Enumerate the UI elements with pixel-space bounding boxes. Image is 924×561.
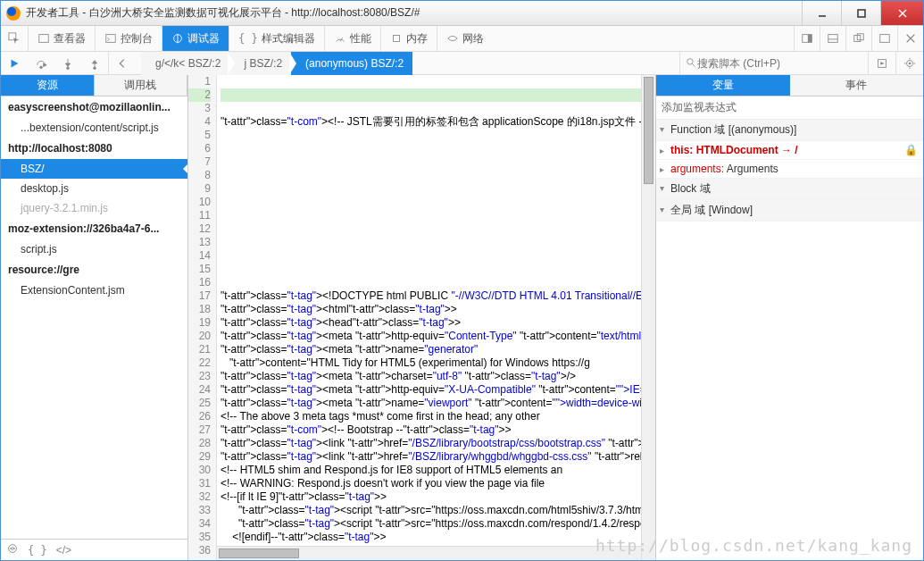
console-label: 控制台	[121, 31, 153, 46]
pretty-print-icon[interactable]: { }	[28, 544, 47, 557]
code-line[interactable]	[221, 209, 641, 222]
source-group[interactable]: http://localhost:8080	[1, 138, 187, 159]
code-line[interactable]: "t-attr">class="t-tag"><meta "t-attr">ch…	[221, 370, 641, 383]
crumb-1[interactable]: j BSZ/:2	[229, 52, 291, 75]
code-line[interactable]	[221, 196, 641, 209]
code-line[interactable]	[221, 75, 641, 88]
toggle-icon[interactable]: </>	[56, 544, 71, 557]
horizontal-scrollbar[interactable]	[217, 546, 641, 560]
svg-point-34	[909, 62, 912, 64]
svg-rect-12	[808, 35, 812, 43]
code-line[interactable]	[221, 88, 641, 102]
events-tab[interactable]: 事件	[790, 75, 924, 96]
variables-panel: 变量 事件 添加监视表达式 ▾Function 域 [(anonymous)]▸…	[655, 75, 923, 560]
titlebar: 开发者工具 - 白沙洲大桥安全监测数据可视化展示平台 - http://loca…	[1, 1, 923, 26]
close-button[interactable]	[880, 1, 923, 25]
source-group[interactable]: resource://gre	[1, 259, 187, 280]
scope-header[interactable]: ▾Block 域	[656, 179, 923, 200]
code-line[interactable]: "t-attr">class="t-com"><!-- JSTL需要引用的标签和…	[221, 115, 641, 129]
close-devtools-button[interactable]	[897, 26, 923, 51]
debugger-settings-button[interactable]	[895, 52, 923, 74]
variables-tab[interactable]: 变量	[656, 75, 790, 96]
code-line[interactable]: <!--[if lt IE 9]"t-attr">class="t-tag">>	[221, 490, 641, 504]
code-line[interactable]: "t-attr">class="t-tag"><link "t-attr">hr…	[221, 450, 641, 464]
code-line[interactable]: "t-attr">class="t-tag"><script "t-attr">…	[221, 504, 641, 517]
step-out-button[interactable]	[81, 52, 108, 74]
line-gutter[interactable]: 1234567891011121314151617181920212223242…	[188, 75, 217, 560]
pick-element-button[interactable]	[1, 26, 28, 51]
code-line[interactable]: "t-attr">class="t-tag"><meta "t-attr">ht…	[221, 330, 641, 343]
code-line[interactable]	[221, 142, 641, 155]
svg-line-30	[692, 63, 695, 66]
variable-row[interactable]: ▸arguments: Arguments	[656, 160, 923, 179]
prev-frame-button[interactable]	[109, 52, 136, 74]
code-line[interactable]: <![endif]--"t-attr">class="t-tag">>	[221, 531, 641, 544]
code-editor[interactable]: 1234567891011121314151617181920212223242…	[188, 75, 655, 560]
vertical-scrollbar[interactable]	[641, 75, 655, 560]
code-line[interactable]: "t-attr">class="t-tag"><script "t-attr">…	[221, 517, 641, 531]
minimize-button[interactable]	[802, 1, 841, 25]
source-item[interactable]: ExtensionContent.jsm	[1, 280, 187, 300]
maximize-button[interactable]	[841, 1, 880, 25]
code-line[interactable]	[221, 249, 641, 263]
source-group[interactable]: moz-extension://326ba4a7-6...	[1, 218, 187, 239]
step-over-button[interactable]	[28, 52, 54, 74]
memory-tab[interactable]: 内存	[380, 26, 437, 51]
separate-window-button[interactable]	[845, 26, 871, 51]
code-line[interactable]: <!-- The above 3 meta tags *must* come f…	[221, 410, 641, 423]
variable-row[interactable]: ▸this: HTMLDocument → /🔒	[656, 141, 923, 160]
resume-button[interactable]	[1, 52, 28, 74]
crumb-0[interactable]: g/</k< BSZ/:2	[141, 52, 229, 75]
performance-tab[interactable]: 性能	[324, 26, 380, 51]
code-line[interactable]	[221, 182, 641, 196]
pretty-print-button[interactable]	[868, 52, 895, 74]
source-item[interactable]: BSZ/	[1, 159, 187, 179]
code-line[interactable]: "t-attr">class="t-tag"><meta "t-attr">ht…	[221, 383, 641, 397]
code-line[interactable]: "t-attr">class="t-tag"><html"t-attr">cla…	[221, 303, 641, 316]
code-line[interactable]	[221, 155, 641, 169]
source-group[interactable]: easyscreenshot@mozillaonlin...	[1, 96, 187, 118]
code-line[interactable]	[221, 276, 641, 289]
console-tab[interactable]: 控制台	[95, 26, 162, 51]
blackbox-icon[interactable]	[6, 542, 19, 557]
network-tab[interactable]: 网络	[437, 26, 493, 51]
code-line[interactable]	[221, 169, 641, 182]
code-line[interactable]	[221, 236, 641, 249]
scope-header[interactable]: ▾Function 域 [(anonymous)]	[656, 120, 923, 141]
split-console-button[interactable]	[820, 26, 845, 51]
scope-header[interactable]: ▾全局 域 [Window]	[656, 200, 923, 222]
search-input[interactable]	[697, 57, 862, 70]
watch-expression[interactable]: 添加监视表达式	[656, 96, 923, 120]
source-item[interactable]: desktop.js	[1, 179, 187, 198]
script-search[interactable]	[680, 52, 868, 74]
code-line[interactable]	[221, 129, 641, 142]
svg-rect-10	[393, 36, 399, 42]
inspector-tab[interactable]: 查看器	[28, 26, 95, 51]
code-line[interactable]	[221, 263, 641, 276]
debugger-tab[interactable]: 调试器	[162, 26, 229, 51]
code-area[interactable]: "t-attr">class="t-com"><!-- JSTL需要引用的标签和…	[217, 75, 641, 546]
sources-tab[interactable]: 资源	[1, 75, 95, 96]
code-line[interactable]: "t-attr">class="t-tag"><meta "t-attr">na…	[221, 397, 641, 410]
code-line[interactable]	[221, 222, 641, 236]
sources-list[interactable]: easyscreenshot@mozillaonlin......bextens…	[1, 96, 187, 539]
code-line[interactable]: "t-attr">class="t-com"><!-- Bootstrap --…	[221, 423, 641, 437]
code-line[interactable]: "t-attr">class="t-tag"><link "t-attr">hr…	[221, 437, 641, 450]
source-item[interactable]: jquery-3.2.1.min.js	[1, 198, 187, 218]
toolbox-options-button[interactable]	[871, 26, 897, 51]
code-line[interactable]: "t-attr">class="t-tag"><meta "t-attr">na…	[221, 343, 641, 356]
callstack-tab[interactable]: 调用栈	[95, 75, 188, 96]
step-in-button[interactable]	[54, 52, 81, 74]
code-line[interactable]: "t-attr">class="t-tag"><!DOCTYPE html PU…	[221, 289, 641, 303]
style-tab[interactable]: { }样式编辑器	[229, 26, 324, 51]
source-item[interactable]: ...bextension/content/script.js	[1, 118, 187, 138]
source-item[interactable]: script.js	[1, 239, 187, 259]
code-line[interactable]: <!-- HTML5 shim and Respond.js for IE8 s…	[221, 464, 641, 477]
dock-side-button[interactable]	[794, 26, 820, 51]
code-line[interactable]	[221, 102, 641, 115]
devtools-window: 开发者工具 - 白沙洲大桥安全监测数据可视化展示平台 - http://loca…	[0, 0, 924, 561]
code-line[interactable]: "t-attr">class="t-tag"><head"t-attr">cla…	[221, 316, 641, 330]
code-line[interactable]: "t-attr">content="HTML Tidy for HTML5 (e…	[221, 356, 641, 370]
code-line[interactable]: <!-- WARNING: Respond.js doesn't work if…	[221, 477, 641, 490]
crumb-2[interactable]: (anonymous) BSZ/:2	[291, 52, 412, 75]
